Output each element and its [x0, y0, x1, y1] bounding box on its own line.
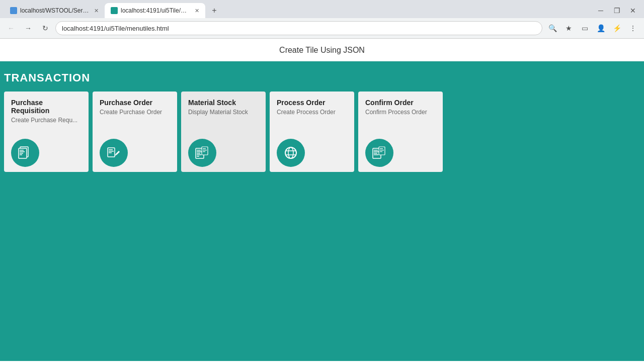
page-header: Create Tile Using JSON: [0, 39, 644, 61]
svg-rect-8: [20, 153, 23, 154]
tile-text-3: Material Stock Display Material Stock: [188, 99, 259, 116]
page-content: Create Tile Using JSON TRANSACTION Purch…: [0, 39, 644, 362]
svg-rect-22: [203, 150, 207, 150]
tile-subtitle-3: Display Material Stock: [188, 109, 259, 116]
section-title: TRANSACTION: [0, 71, 644, 90]
svg-rect-13: [109, 152, 112, 153]
tile-icon-area-3: [188, 139, 259, 167]
profile-icon[interactable]: 👤: [594, 21, 608, 35]
tile-icon-circle-2: [100, 139, 128, 167]
tile-icon-area-5: [365, 139, 436, 167]
tab-1-close[interactable]: ✕: [94, 8, 99, 14]
address-text: localhost:4191/ui5Tile/menutiles.html: [62, 25, 169, 32]
reload-button[interactable]: ↻: [38, 21, 52, 35]
document-icon: [17, 145, 33, 161]
edit-document-icon: [106, 145, 122, 161]
forward-button[interactable]: →: [21, 21, 35, 35]
tile-subtitle-4: Create Process Order: [277, 109, 347, 116]
tile-purchase-order[interactable]: Purchase Order Create Purchase Order: [93, 92, 177, 172]
svg-rect-29: [374, 150, 378, 151]
tab-2-favicon: [111, 7, 118, 14]
tab-1-favicon: [10, 7, 17, 14]
back-button[interactable]: ←: [4, 21, 18, 35]
svg-rect-16: [197, 151, 202, 152]
address-bar[interactable]: localhost:4191/ui5Tile/menutiles.html: [55, 21, 542, 35]
tab-1-label: localhost/WSTOOL/Serv...: [20, 7, 89, 14]
tile-icon-circle-3: [188, 139, 216, 167]
svg-rect-15: [197, 150, 201, 151]
svg-rect-12: [109, 151, 114, 152]
svg-point-25: [288, 147, 293, 158]
svg-rect-7: [20, 151, 25, 152]
svg-rect-31: [374, 153, 377, 154]
tab-2[interactable]: localhost:4191/ui5Tile/m... ✕: [105, 3, 205, 18]
tile-icon-circle-4: [277, 139, 305, 167]
tile-title-5: Confirm Order: [365, 99, 436, 107]
minimize-button[interactable]: ─: [594, 4, 608, 18]
tile-icon-circle-5: [365, 139, 393, 167]
tile-title-1: Purchase Requisition: [11, 99, 82, 115]
confirm-document-icon: [371, 145, 387, 161]
window-controls: ─ ❐ ✕: [594, 4, 640, 18]
tile-material-stock[interactable]: Material Stock Display Material Stock: [181, 92, 266, 172]
tile-text-5: Confirm Order Confirm Process Order: [365, 99, 436, 116]
tile-title-3: Material Stock: [188, 99, 259, 107]
extensions-icon[interactable]: ⚡: [610, 21, 624, 35]
tile-purchase-requisition[interactable]: Purchase Requisition Create Purchase Req…: [4, 92, 89, 172]
browser-actions: 🔍 ★ ▭ 👤 ⚡ ⋮: [545, 21, 640, 35]
svg-rect-11: [109, 149, 113, 150]
browser-controls-bar: ← → ↻ localhost:4191/ui5Tile/menutiles.h…: [0, 18, 644, 38]
tile-text-1: Purchase Requisition Create Purchase Req…: [11, 99, 82, 124]
tile-text-4: Process Order Create Process Order: [277, 99, 347, 116]
tile-title-4: Process Order: [277, 99, 347, 107]
cast-icon[interactable]: ▭: [578, 21, 592, 35]
svg-rect-34: [380, 148, 383, 149]
svg-rect-33: [379, 147, 385, 155]
search-icon[interactable]: 🔍: [545, 21, 559, 35]
svg-point-24: [285, 147, 296, 158]
svg-rect-17: [197, 153, 200, 154]
bookmark-icon[interactable]: ★: [561, 21, 576, 35]
tile-text-2: Purchase Order Create Purchase Order: [100, 99, 170, 116]
tile-process-order[interactable]: Process Order Create Process Order: [270, 92, 354, 172]
svg-rect-9: [20, 154, 22, 155]
svg-rect-6: [20, 150, 24, 151]
tile-subtitle-2: Create Purchase Order: [100, 109, 170, 116]
svg-rect-23: [203, 151, 205, 152]
svg-rect-30: [374, 151, 379, 152]
tab-2-close[interactable]: ✕: [195, 8, 199, 14]
browser-chrome: localhost/WSTOOL/Serv... ✕ localhost:419…: [0, 0, 644, 39]
svg-rect-20: [202, 147, 208, 155]
tab-bar: localhost/WSTOOL/Serv... ✕ localhost:419…: [0, 0, 644, 18]
svg-rect-21: [203, 148, 206, 149]
tiles-container: Purchase Requisition Create Purchase Req…: [0, 90, 644, 173]
tile-icon-circle-1: [11, 139, 39, 167]
document-list-icon: [194, 145, 210, 161]
main-area: TRANSACTION Purchase Requisition Create …: [0, 61, 644, 361]
globe-icon: [283, 145, 299, 161]
svg-rect-32: [374, 154, 378, 155]
restore-button[interactable]: ❐: [610, 4, 624, 18]
svg-rect-36: [380, 151, 382, 152]
close-button[interactable]: ✕: [626, 4, 640, 18]
tile-subtitle-5: Confirm Process Order: [365, 109, 436, 116]
svg-rect-19: [197, 156, 199, 157]
tile-subtitle-1: Create Purchase Requ...: [11, 117, 82, 124]
svg-rect-35: [380, 150, 384, 150]
tile-icon-area-2: [100, 139, 170, 167]
tile-title-2: Purchase Order: [100, 99, 170, 107]
tab-1[interactable]: localhost/WSTOOL/Serv... ✕: [4, 3, 105, 18]
svg-rect-18: [197, 154, 201, 155]
tile-icon-area-4: [277, 139, 347, 167]
page-title: Create Tile Using JSON: [279, 46, 365, 54]
tile-icon-area-1: [11, 139, 82, 167]
tile-confirm-order[interactable]: Confirm Order Confirm Process Order: [358, 92, 443, 172]
menu-icon[interactable]: ⋮: [626, 21, 640, 35]
tab-2-label: localhost:4191/ui5Tile/m...: [121, 7, 190, 14]
new-tab-button[interactable]: +: [207, 4, 221, 18]
